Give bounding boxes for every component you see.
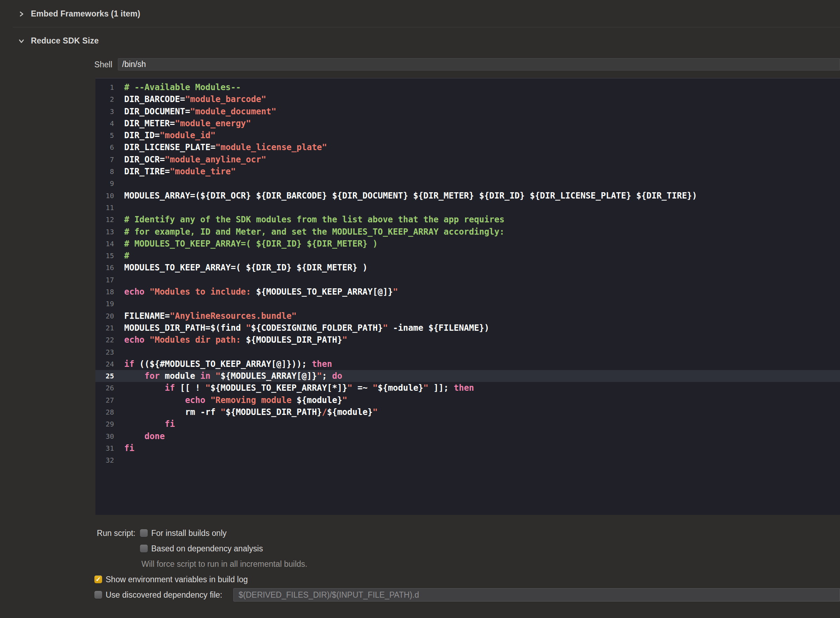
code-line[interactable]: 27 echo "Removing module ${module}" [95,394,840,406]
code-line[interactable]: 12# Identify any of the SDK modules from… [95,214,840,226]
code-line[interactable]: 5DIR_ID="module_id" [95,129,840,141]
code-text: fi [114,442,134,454]
code-text: DIR_METER="module_energy" [114,117,251,129]
code-text [114,454,124,466]
line-number: 9 [95,177,114,189]
use-dependency-file-label: Use discovered dependency file: [106,589,222,601]
code-text: echo "Removing module ${module}" [114,394,347,406]
code-line[interactable]: 24if ((${#MODULES_TO_KEEP_ARRAY[@]})); t… [95,358,840,370]
line-number: 20 [95,310,114,322]
line-number: 14 [95,238,114,250]
section-divider [13,27,840,27]
line-number: 17 [95,274,114,286]
line-number: 11 [95,202,114,214]
code-line[interactable]: 20FILENAME="AnylineResources.bundle" [95,310,840,322]
line-number: 1 [95,82,114,93]
code-line[interactable]: 9 [95,177,840,189]
shell-label: Shell [63,59,112,70]
code-text: echo "Modules to include: ${MODULES_TO_K… [114,286,398,298]
code-text: # Identify any of the SDK modules from t… [114,214,505,226]
checkbox-install-builds-only[interactable]: ✓ [140,529,148,537]
code-text: DIR_DOCUMENT="module_document" [114,105,276,117]
code-line[interactable]: 2DIR_BARCODE="module_barcode" [95,93,840,105]
code-text: MODULES_TO_KEEP_ARRAY=( ${DIR_ID} ${DIR_… [114,261,368,273]
code-text: # [114,250,129,261]
code-text: # for example, ID and Meter, and set the… [114,226,505,238]
code-text [114,346,124,358]
line-number: 24 [95,358,114,370]
code-line[interactable]: 18echo "Modules to include: ${MODULES_TO… [95,286,840,298]
code-line[interactable]: 8DIR_TIRE="module_tire" [95,166,840,177]
build-phases-panel: Embed Frameworks (1 item) Reduce SDK Siz… [0,0,840,618]
line-number: 31 [95,442,114,454]
checkbox-use-dependency-file[interactable]: ✓ [94,591,102,599]
line-number: 6 [95,141,114,153]
line-number: 27 [95,394,114,406]
force-run-note: Will force script to run in all incremen… [141,558,307,570]
code-line[interactable]: 7DIR_OCR="module_anyline_ocr" [95,154,840,166]
code-line[interactable]: 29 fi [95,418,840,430]
code-line[interactable]: 10MODULES_ARRAY=(${DIR_OCR} ${DIR_BARCOD… [95,190,840,202]
line-number: 23 [95,346,114,358]
line-number: 18 [95,286,114,298]
install-builds-only-label: For install builds only [151,527,227,539]
line-number: 12 [95,214,114,226]
code-text: DIR_LICENSE_PLATE="module_license_plate" [114,141,327,153]
code-text: # --Available Modules-- [114,82,241,93]
code-line[interactable]: 1# --Available Modules-- [95,82,840,93]
line-number: 13 [95,226,114,238]
code-line[interactable]: 22echo "Modules dir path: ${MODULES_DIR_… [95,334,840,346]
code-line[interactable]: 28 rm -rf "${MODULES_DIR_PATH}/${module}… [95,406,840,418]
phase-header-embed-frameworks[interactable]: Embed Frameworks (1 item) [18,9,140,19]
checkbox-show-env-variables[interactable]: ✓ [94,576,102,583]
code-text: # MODULES_TO_KEEP_ARRAY=( ${DIR_ID} ${DI… [114,238,378,250]
line-number: 28 [95,406,114,418]
line-number: 8 [95,166,114,177]
code-line[interactable]: 19 [95,298,840,310]
line-number: 3 [95,105,114,117]
code-text: DIR_TIRE="module_tire" [114,166,236,177]
code-line[interactable]: 3DIR_DOCUMENT="module_document" [95,105,840,117]
code-line[interactable]: 32 [95,454,840,466]
phase-title-embed-frameworks: Embed Frameworks (1 item) [31,9,140,19]
chevron-right-icon[interactable] [18,11,25,17]
code-line[interactable]: 6DIR_LICENSE_PLATE="module_license_plate… [95,141,840,153]
run-script-label: Run script: [88,527,135,539]
line-number: 16 [95,261,114,273]
show-env-variables-label: Show environment variables in build log [106,573,248,585]
code-line[interactable]: 15# [95,250,840,261]
code-line[interactable]: 31fi [95,442,840,454]
script-code-editor[interactable]: 1# --Available Modules--2DIR_BARCODE="mo… [95,78,840,515]
line-number: 29 [95,418,114,430]
code-text: fi [114,418,175,430]
code-line[interactable]: 25 for module in "${MODULES_ARRAY[@]}"; … [95,370,840,382]
code-line[interactable]: 13# for example, ID and Meter, and set t… [95,226,840,238]
line-number: 21 [95,322,114,334]
phase-header-reduce-sdk-size[interactable]: Reduce SDK Size [18,36,99,46]
line-number: 30 [95,430,114,442]
code-text: if ((${#MODULES_TO_KEEP_ARRAY[@]})); the… [114,358,332,370]
code-text: done [114,430,165,442]
code-line[interactable]: 23 [95,346,840,358]
code-line[interactable]: 30 done [95,430,840,442]
code-line[interactable]: 26 if [[ ! "${MODULES_TO_KEEP_ARRAY[*]}"… [95,382,840,394]
code-line[interactable]: 14# MODULES_TO_KEEP_ARRAY=( ${DIR_ID} ${… [95,238,840,250]
line-number: 4 [95,117,114,129]
line-number: 10 [95,190,114,202]
line-number: 25 [95,370,114,382]
checkmark-icon: ✓ [95,576,101,582]
code-line[interactable]: 4DIR_METER="module_energy" [95,117,840,129]
line-number: 19 [95,298,114,310]
phase-title-reduce-sdk-size: Reduce SDK Size [31,36,99,46]
code-line[interactable]: 17 [95,274,840,286]
code-line[interactable]: 21MODULES_DIR_PATH=$(find "${CODESIGNING… [95,322,840,334]
code-text: if [[ ! "${MODULES_TO_KEEP_ARRAY[*]}" =~… [114,382,474,394]
checkbox-dependency-analysis[interactable]: ✓ [140,545,148,553]
dependency-file-input[interactable] [233,588,840,602]
code-text [114,298,124,310]
code-text: DIR_BARCODE="module_barcode" [114,93,266,105]
code-line[interactable]: 16MODULES_TO_KEEP_ARRAY=( ${DIR_ID} ${DI… [95,261,840,273]
chevron-down-icon[interactable] [18,38,25,44]
code-line[interactable]: 11 [95,202,840,214]
shell-input[interactable] [118,58,840,70]
